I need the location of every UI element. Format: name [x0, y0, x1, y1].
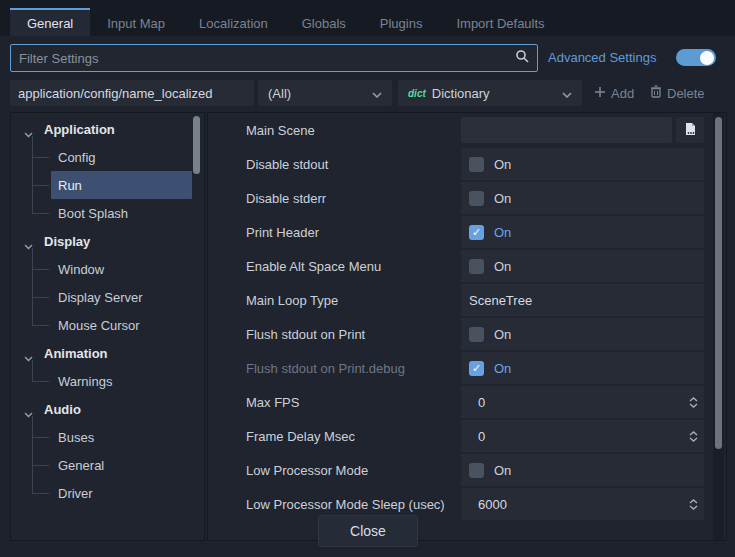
tree-item-boot-splash[interactable]: Boot Splash — [51, 199, 192, 227]
tree-section-header[interactable]: Application — [11, 115, 192, 143]
setting-label: Disable stderr — [246, 181, 326, 215]
on-label: On — [494, 225, 511, 240]
setting-value: On — [461, 454, 704, 486]
type-select[interactable]: dict Dictionary — [398, 80, 582, 106]
setting-label: Low Processor Mode — [246, 453, 368, 487]
spinbox-updown-icon[interactable] — [689, 431, 698, 442]
tree-item-run[interactable]: Run — [51, 171, 192, 199]
setting-value: ✓On — [461, 216, 704, 248]
settings-scrollbar-thumb[interactable] — [715, 117, 722, 449]
checkbox[interactable]: ✓ — [469, 361, 484, 376]
add-property-button[interactable]: Add — [594, 80, 634, 106]
settings-list-panel: Main Scene Disable stdout On Disable std… — [207, 112, 727, 541]
tree-item-mouse-cursor[interactable]: Mouse Cursor — [51, 311, 192, 339]
tree-item-label: Boot Splash — [58, 206, 128, 221]
spinbox-value[interactable]: 0 — [478, 395, 689, 410]
tree-section-label: Audio — [44, 402, 81, 417]
file-picker-button[interactable] — [676, 117, 704, 143]
setting-value — [461, 114, 704, 146]
tree-item-label: Buses — [58, 430, 94, 445]
checkbox[interactable] — [469, 463, 484, 478]
tab-label: Plugins — [380, 16, 423, 31]
setting-row: Flush stdout on Print.debug ✓On — [208, 351, 726, 385]
tree-section-header[interactable]: Audio — [11, 395, 192, 423]
sidebar-scrollbar-thumb[interactable] — [193, 116, 200, 174]
tab-input-map[interactable]: Input Map — [90, 8, 182, 36]
tree-section-label: Animation — [44, 346, 108, 361]
tree-item-window[interactable]: Window — [51, 255, 192, 283]
file-icon — [684, 122, 697, 139]
spinbox-updown-icon[interactable] — [689, 397, 698, 408]
setting-value: On — [461, 250, 704, 282]
setting-row: Flush stdout on Print On — [208, 317, 726, 351]
setting-value: SceneTree — [461, 284, 704, 316]
filter-settings-input[interactable]: Filter Settings — [10, 44, 538, 72]
tab-bar: GeneralInput MapLocalizationGlobalsPlugi… — [10, 8, 735, 36]
tab-globals[interactable]: Globals — [285, 8, 363, 36]
tree-children: WindowDisplay ServerMouse Cursor — [11, 255, 192, 339]
filter-placeholder: Filter Settings — [19, 51, 515, 66]
tree-item-label: Window — [58, 262, 104, 277]
on-label: On — [494, 361, 511, 376]
setting-row: Main Loop Type SceneTree — [208, 283, 726, 317]
advanced-settings-toggle[interactable] — [676, 49, 716, 66]
setting-value: 6000 — [461, 488, 704, 520]
tree-item-label: Display Server — [58, 290, 143, 305]
setting-row: Frame Delay Msec 0 — [208, 419, 726, 453]
tab-localization[interactable]: Localization — [182, 8, 285, 36]
tree-item-buses[interactable]: Buses — [51, 423, 192, 451]
main-scene-field[interactable] — [461, 117, 672, 143]
tree-item-general[interactable]: General — [51, 451, 192, 479]
setting-label: Print Header — [246, 215, 319, 249]
tab-general[interactable]: General — [10, 8, 90, 36]
chevron-down-icon — [562, 86, 572, 101]
tree-item-label: Config — [58, 150, 96, 165]
plus-icon — [594, 86, 606, 101]
on-label: On — [494, 157, 511, 172]
tree-item-warnings[interactable]: Warnings — [51, 367, 192, 395]
setting-row: Enable Alt Space Menu On — [208, 249, 726, 283]
setting-label: Max FPS — [246, 385, 299, 419]
tree-section-label: Application — [44, 122, 115, 137]
tree-section: Audio BusesGeneralDriver — [11, 395, 192, 507]
tree-children: Warnings — [11, 367, 192, 395]
dialog-body: Filter Settings Advanced Settings applic… — [0, 36, 735, 557]
tree-item-label: Driver — [58, 486, 93, 501]
tab-plugins[interactable]: Plugins — [363, 8, 440, 36]
setting-row: Print Header ✓On — [208, 215, 726, 249]
property-path-input[interactable]: application/config/name_localized — [10, 80, 254, 106]
delete-property-button[interactable]: Delete — [650, 80, 705, 106]
tab-label: Import Defaults — [456, 16, 544, 31]
setting-value: 0 — [461, 386, 704, 418]
checkbox[interactable] — [469, 259, 484, 274]
checkbox[interactable]: ✓ — [469, 225, 484, 240]
setting-label: Frame Delay Msec — [246, 419, 355, 453]
tree-item-driver[interactable]: Driver — [51, 479, 192, 507]
on-label: On — [494, 259, 511, 274]
settings-category-tree: Application ConfigRunBoot Splash Display… — [10, 112, 205, 541]
checkbox[interactable] — [469, 327, 484, 342]
checkbox[interactable] — [469, 157, 484, 172]
close-button[interactable]: Close — [318, 515, 418, 547]
text-field-value[interactable]: SceneTree — [469, 293, 532, 308]
type-select-value: Dictionary — [432, 86, 556, 101]
feature-filter-value: (All) — [268, 86, 366, 101]
project-settings-dialog: GeneralInput MapLocalizationGlobalsPlugi… — [0, 0, 735, 557]
spinbox-value[interactable]: 0 — [478, 429, 689, 444]
tree-item-config[interactable]: Config — [51, 143, 192, 171]
tree-item-display-server[interactable]: Display Server — [51, 283, 192, 311]
spinbox-value[interactable]: 6000 — [478, 497, 689, 512]
search-icon — [515, 49, 529, 67]
tab-label: Input Map — [107, 16, 165, 31]
checkbox[interactable] — [469, 191, 484, 206]
tree-section-header[interactable]: Animation — [11, 339, 192, 367]
add-button-label: Add — [611, 86, 634, 101]
tab-import-defaults[interactable]: Import Defaults — [439, 8, 561, 36]
tree-root: Application ConfigRunBoot Splash Display… — [11, 115, 192, 507]
chevron-down-icon — [372, 86, 382, 101]
toggle-knob — [700, 51, 714, 65]
spinbox-updown-icon[interactable] — [689, 499, 698, 510]
tree-section-header[interactable]: Display — [11, 227, 192, 255]
feature-filter-select[interactable]: (All) — [258, 80, 392, 106]
setting-value: ✓On — [461, 352, 704, 384]
